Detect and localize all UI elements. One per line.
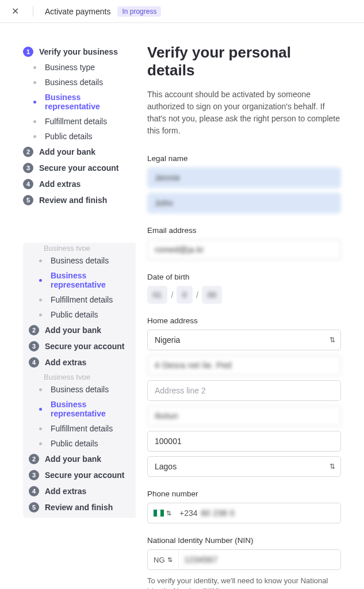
step-add-bank[interactable]: 2 Add your bank [23,144,136,160]
substep-public-details[interactable]: Public details [23,129,136,144]
step-secure-account[interactable]: 3Secure your account [23,467,136,483]
chevron-updown-icon: ⇅ [167,556,173,564]
country-select[interactable]: Nigeria [147,330,341,350]
step-verify-business[interactable]: 1 Verify your business [23,44,136,60]
page-title: Verify your personal details [147,44,341,79]
last-name-field[interactable] [147,193,341,213]
postal-code-field[interactable] [147,431,341,452]
step-add-extras[interactable]: 4Add extras [23,483,136,499]
step-number: 3 [23,163,33,173]
state-select[interactable]: Lagos [147,456,341,477]
city-field[interactable] [147,406,341,426]
substep-public-details[interactable]: Public details [23,436,136,451]
chevron-updown-icon: ⇅ [166,510,171,517]
header-bar: ✕ Activate payments In progress [0,0,364,23]
step-add-extras[interactable]: 4Add extras [23,354,136,370]
close-icon[interactable]: ✕ [9,6,21,17]
country-code-select[interactable]: ⇅ [148,505,176,522]
step-label: Add extras [39,179,81,189]
email-field[interactable] [147,239,341,260]
nin-helper-text: To verify your identity, we'll need to k… [147,576,341,589]
address-line2-field[interactable] [147,380,341,401]
step-number: 1 [23,47,33,57]
step-secure-account[interactable]: 3 Secure your account [23,160,136,176]
substep-label: Business representative [45,93,136,111]
substep-label: Business type [23,372,136,380]
step-number: 5 [23,195,33,205]
nin-country-select[interactable]: NG ⇅ [148,550,179,569]
status-badge: In progress [117,6,161,17]
substep-label: Business type [23,243,136,251]
home-address-label: Home address [147,316,341,325]
page-description: This account should be activated by some… [147,89,341,137]
step-number: 4 [23,179,33,189]
divider [33,6,33,17]
step-add-bank[interactable]: 2Add your bank [23,451,136,467]
step-secure-account[interactable]: 3Secure your account [23,338,136,354]
substep-fulfillment-details[interactable]: Fulfillment details [23,114,136,129]
substep-label: Business details [45,78,103,87]
step-label: Verify your business [39,47,118,56]
header-title: Activate payments [45,7,110,16]
substep-label: Business type [45,63,95,72]
step-label: Secure your account [39,163,119,173]
substep-label: Public details [45,132,93,141]
main-content: Verify your personal details This accoun… [136,44,364,589]
phone-code: +234 [176,508,201,518]
substep-business-details[interactable]: Business details [23,75,136,90]
flag-nigeria-icon [154,510,164,517]
phone-label: Phone number [147,489,341,498]
nin-value-field[interactable] [179,550,341,569]
substep-fulfillment-details[interactable]: Fulfillment details [23,421,136,436]
phone-number-field[interactable] [201,503,340,523]
nin-label: National Identity Number (NIN) [147,536,341,545]
legal-name-label: Legal name [147,154,341,163]
substep-label: Fulfillment details [45,117,107,126]
step-number: 2 [23,147,33,157]
sidebar-overlay-duplicate: Business type Business details Business … [23,243,136,518]
substep-business-details[interactable]: Business details [23,382,136,397]
email-label: Email address [147,226,341,235]
first-name-field[interactable] [147,167,341,188]
address-line1-field[interactable] [147,355,341,376]
step-add-bank[interactable]: 2Add your bank [23,322,136,338]
phone-input[interactable]: ⇅ +234 [147,503,341,523]
substep-business-representative[interactable]: Business representative [23,90,136,114]
substep-business-representative[interactable]: Business representative [23,268,136,292]
substep-fulfillment-details[interactable]: Fulfillment details [23,292,136,307]
substep-business-type[interactable]: Business type [23,60,136,75]
step-add-extras[interactable]: 4 Add extras [23,176,136,192]
step-label: Review and finish [39,196,107,205]
nin-input[interactable]: NG ⇅ [147,549,341,570]
sidebar: 1 Verify your business Business type Bus… [0,44,136,589]
dob-label: Date of birth [147,273,341,281]
step-review-finish[interactable]: 5 Review and finish [23,192,136,208]
substep-business-representative[interactable]: Business representative [23,397,136,421]
step-label: Add your bank [39,147,95,156]
substep-public-details[interactable]: Public details [23,307,136,322]
substep-business-details[interactable]: Business details [23,253,136,268]
step-review-finish[interactable]: 5Review and finish [23,499,136,515]
dob-input[interactable]: 01 / 0 / 00 [147,286,341,304]
